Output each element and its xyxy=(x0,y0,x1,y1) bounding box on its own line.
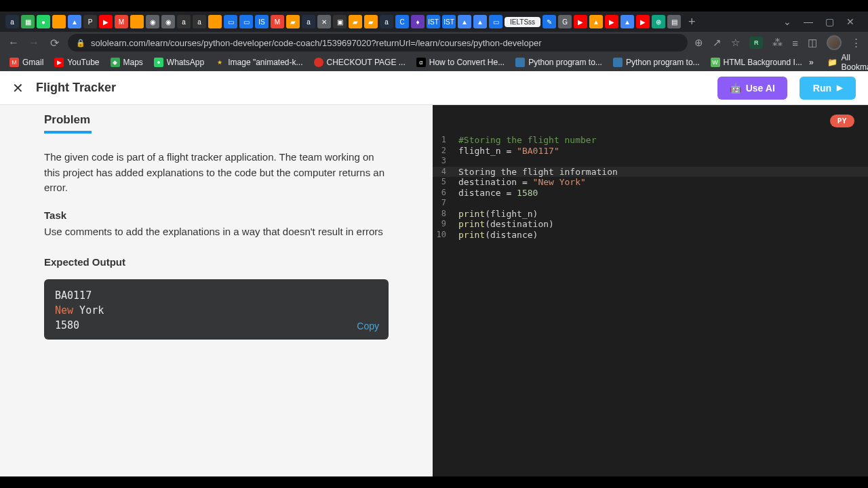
tab-favicon[interactable]: ✎ xyxy=(542,15,556,28)
tab-favicon[interactable]: ▲ xyxy=(589,15,603,28)
extensions-icon[interactable]: ⁂ xyxy=(772,37,783,49)
code-line[interactable]: 5destination = "New York" xyxy=(433,177,868,188)
share-icon[interactable]: ↗ xyxy=(713,37,722,49)
menu-icon[interactable]: ⋮ xyxy=(851,37,861,49)
copy-button[interactable]: Copy xyxy=(357,319,379,333)
extension-icon[interactable]: R xyxy=(749,37,763,49)
tab-favicon[interactable]: ▭ xyxy=(239,15,253,28)
tab-favicon[interactable]: ▰ xyxy=(349,15,362,28)
tab-favicon[interactable]: P xyxy=(83,15,97,28)
use-ai-button[interactable]: 🤖 Use AI xyxy=(717,77,787,100)
tab-favicon[interactable]: ▭ xyxy=(224,15,237,28)
tab-favicon[interactable]: ▲ xyxy=(458,15,471,28)
active-tab[interactable]: IELTSss xyxy=(505,17,540,27)
tab-favicon[interactable]: ▶ xyxy=(574,15,587,28)
tab-favicon[interactable]: a xyxy=(193,15,206,28)
tab-favicon[interactable]: IST xyxy=(442,15,456,28)
code-text: #Storing the flight number xyxy=(458,135,868,146)
problem-body: The given code is part of a flight track… xyxy=(0,134,433,356)
tab-favicon[interactable]: ● xyxy=(37,15,50,28)
tab-favicon[interactable]: C xyxy=(395,15,409,28)
tab-favicon[interactable]: ▭ xyxy=(489,15,502,28)
tab-favicon[interactable]: IST xyxy=(427,15,440,28)
side-panel-icon[interactable]: ◫ xyxy=(808,37,817,49)
reading-list-icon[interactable]: ≡ xyxy=(792,37,798,49)
tab-problem[interactable]: Problem xyxy=(44,113,90,134)
bookmark-overflow-button[interactable]: » xyxy=(809,58,814,67)
code-line[interactable]: 9print(destination) xyxy=(433,219,868,230)
tab-favicon[interactable] xyxy=(52,15,66,28)
code-text: print(flight_n) xyxy=(458,209,868,220)
new-tab-button[interactable]: + xyxy=(688,15,696,29)
minimize-button[interactable]: — xyxy=(804,16,813,27)
url-input[interactable]: 🔒 sololearn.com/learn/courses/python-dev… xyxy=(68,34,688,52)
tab-favicon[interactable]: ♦ xyxy=(411,15,425,28)
tab-favicon[interactable]: a xyxy=(302,15,315,28)
tab-favicon[interactable]: ▲ xyxy=(473,15,487,28)
bookmark-convert[interactable]: αHow to Convert He... xyxy=(412,56,509,69)
ai-icon: 🤖 xyxy=(730,83,741,94)
tab-favicon[interactable]: ▶ xyxy=(605,15,618,28)
profile-avatar[interactable] xyxy=(827,35,842,50)
tab-favicon[interactable]: ▶ xyxy=(99,15,113,28)
tab-favicon[interactable]: ⊛ xyxy=(652,15,665,28)
bookmark-image[interactable]: ★Image "animated-k... xyxy=(211,56,307,69)
code-line[interactable]: 8print(flight_n) xyxy=(433,209,868,220)
bookmark-youtube[interactable]: ▶YouTube xyxy=(50,56,103,69)
task-text: Use comments to add the explanations in … xyxy=(44,224,389,240)
close-icon[interactable]: ✕ xyxy=(12,80,24,96)
browser-chrome: a ▦ ● ▲ P ▶ M ◉ ◉ a a ▭ ▭ IS M ▰ a ✕ ▣ ▰… xyxy=(0,12,868,71)
tab-favicon[interactable] xyxy=(130,15,144,28)
tab-favicon[interactable]: G xyxy=(558,15,572,28)
window-close-button[interactable]: ✕ xyxy=(846,16,854,27)
address-bar: ← → ⟳ 🔒 sololearn.com/learn/courses/pyth… xyxy=(0,32,868,54)
code-line[interactable]: 6distance = 1580 xyxy=(433,188,868,199)
maximize-button[interactable]: ▢ xyxy=(825,16,834,27)
bookmark-checkout[interactable]: CHECKOUT PAGE ... xyxy=(310,56,410,69)
tab-favicon[interactable]: ▲ xyxy=(68,15,81,28)
tab-favicon[interactable]: ▶ xyxy=(636,15,650,28)
tab-favicon[interactable]: a xyxy=(380,15,393,28)
zoom-icon[interactable]: ⊕ xyxy=(694,37,703,49)
all-bookmarks-button[interactable]: All Bookmarks xyxy=(842,53,868,72)
tab-favicon[interactable]: ▰ xyxy=(286,15,300,28)
tab-favicon[interactable]: M xyxy=(115,15,128,28)
tab-favicon[interactable]: ✕ xyxy=(317,15,331,28)
letterbox-top xyxy=(0,0,868,12)
code-line[interactable]: 3 xyxy=(433,156,868,167)
tab-favicon[interactable]: ◉ xyxy=(146,15,159,28)
bookmark-whatsapp[interactable]: ●WhatsApp xyxy=(150,56,208,69)
bookmark-python1[interactable]: Python program to... xyxy=(511,56,606,69)
tab-favicon[interactable]: ▤ xyxy=(667,15,681,28)
bookmark-label: Python program to... xyxy=(528,58,602,67)
run-button[interactable]: Run ▶ xyxy=(800,77,856,100)
tab-favicon[interactable]: ▦ xyxy=(21,15,35,28)
tab-favicon[interactable]: a xyxy=(177,15,191,28)
back-button[interactable]: ← xyxy=(7,37,20,49)
tab-favicon[interactable]: ◉ xyxy=(161,15,175,28)
w-icon: W xyxy=(711,58,720,67)
forward-button[interactable]: → xyxy=(27,37,41,49)
tab-favicon[interactable]: a xyxy=(5,15,19,28)
whatsapp-icon: ● xyxy=(154,58,163,67)
code-line[interactable]: 1#Storing the flight number xyxy=(433,135,868,146)
code-line[interactable]: 10print(distance) xyxy=(433,230,868,241)
tab-favicon[interactable]: M xyxy=(271,15,284,28)
reload-button[interactable]: ⟳ xyxy=(47,37,61,49)
tab-overflow-icon[interactable]: ⌄ xyxy=(783,16,791,27)
tab-favicon[interactable] xyxy=(208,15,222,28)
bookmark-gmail[interactable]: MGmail xyxy=(5,56,47,69)
line-number: 3 xyxy=(433,156,458,167)
bookmark-python2[interactable]: Python program to... xyxy=(609,56,704,69)
tab-favicon[interactable]: IS xyxy=(255,15,269,28)
code-editor[interactable]: PY 1#Storing the flight number2flight_n … xyxy=(433,105,868,476)
tab-favicon[interactable]: ▣ xyxy=(333,15,347,28)
tab-favicon[interactable]: ▰ xyxy=(364,15,378,28)
code-line[interactable]: 7 xyxy=(433,198,868,209)
tab-favicon[interactable]: ▲ xyxy=(620,15,634,28)
bookmark-star-icon[interactable]: ☆ xyxy=(731,37,740,49)
bookmark-html[interactable]: WHTML Background I... xyxy=(707,56,806,69)
bookmark-maps[interactable]: ◆Maps xyxy=(106,56,147,69)
code-line[interactable]: 2flight_n = "BA0117" xyxy=(433,146,868,157)
code-line[interactable]: 4Storing the flight information xyxy=(433,167,868,178)
